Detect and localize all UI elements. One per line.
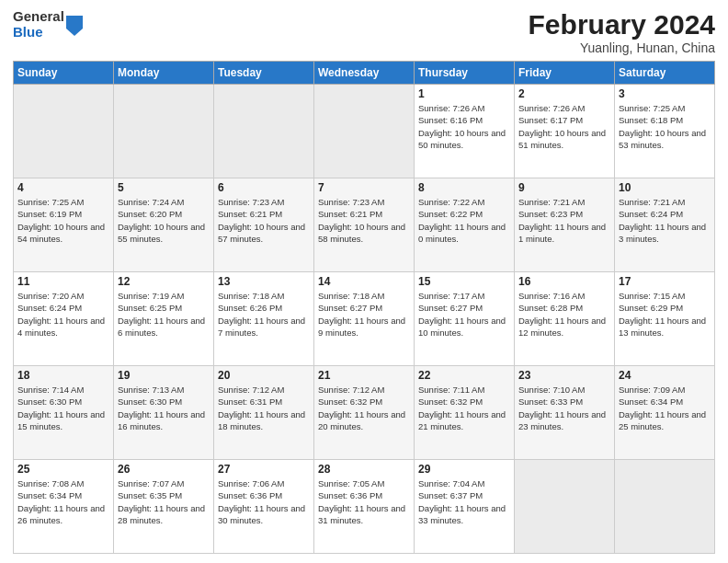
day-info: Sunrise: 7:26 AM Sunset: 6:16 PM Dayligh… — [418, 102, 510, 151]
calendar-header-row: SundayMondayTuesdayWednesdayThursdayFrid… — [14, 62, 715, 85]
calendar-cell: 13Sunrise: 7:18 AM Sunset: 6:26 PM Dayli… — [214, 272, 314, 366]
calendar-cell: 18Sunrise: 7:14 AM Sunset: 6:30 PM Dayli… — [14, 366, 114, 460]
day-number: 3 — [619, 87, 711, 100]
day-number: 27 — [218, 463, 310, 476]
calendar-cell: 16Sunrise: 7:16 AM Sunset: 6:28 PM Dayli… — [515, 272, 615, 366]
day-info: Sunrise: 7:19 AM Sunset: 6:25 PM Dayligh… — [118, 290, 210, 339]
calendar-cell: 23Sunrise: 7:10 AM Sunset: 6:33 PM Dayli… — [515, 366, 615, 460]
day-number: 28 — [318, 463, 410, 476]
day-number: 5 — [118, 181, 210, 194]
day-info: Sunrise: 7:14 AM Sunset: 6:30 PM Dayligh… — [17, 384, 109, 432]
day-number: 18 — [17, 369, 109, 382]
calendar-cell: 24Sunrise: 7:09 AM Sunset: 6:34 PM Dayli… — [615, 366, 715, 460]
calendar-cell: 17Sunrise: 7:15 AM Sunset: 6:29 PM Dayli… — [615, 272, 715, 366]
calendar-cell: 21Sunrise: 7:12 AM Sunset: 6:32 PM Dayli… — [314, 366, 415, 460]
day-number: 9 — [518, 181, 610, 194]
calendar-week-row: 25Sunrise: 7:08 AM Sunset: 6:34 PM Dayli… — [14, 460, 715, 554]
calendar-cell: 14Sunrise: 7:18 AM Sunset: 6:27 PM Dayli… — [314, 272, 415, 366]
calendar-cell: 6Sunrise: 7:23 AM Sunset: 6:21 PM Daylig… — [214, 178, 314, 272]
day-info: Sunrise: 7:21 AM Sunset: 6:24 PM Dayligh… — [619, 196, 711, 245]
day-number: 13 — [218, 275, 310, 288]
calendar-cell: 5Sunrise: 7:24 AM Sunset: 6:20 PM Daylig… — [114, 178, 214, 272]
day-number: 29 — [418, 463, 510, 476]
day-number: 8 — [418, 181, 510, 194]
calendar-week-row: 4Sunrise: 7:25 AM Sunset: 6:19 PM Daylig… — [14, 178, 715, 272]
day-info: Sunrise: 7:23 AM Sunset: 6:21 PM Dayligh… — [318, 196, 410, 245]
day-info: Sunrise: 7:13 AM Sunset: 6:30 PM Dayligh… — [118, 384, 210, 432]
page: General Blue February 2024 Yuanling, Hun… — [0, 0, 728, 563]
day-info: Sunrise: 7:07 AM Sunset: 6:35 PM Dayligh… — [118, 477, 210, 526]
calendar-cell: 28Sunrise: 7:05 AM Sunset: 6:36 PM Dayli… — [314, 460, 415, 554]
day-number: 26 — [118, 463, 210, 476]
svg-marker-0 — [66, 16, 83, 36]
column-header-friday: Friday — [515, 62, 615, 85]
day-info: Sunrise: 7:11 AM Sunset: 6:32 PM Dayligh… — [418, 384, 510, 432]
day-info: Sunrise: 7:10 AM Sunset: 6:33 PM Dayligh… — [518, 384, 610, 432]
calendar-week-row: 1Sunrise: 7:26 AM Sunset: 6:16 PM Daylig… — [14, 85, 715, 178]
calendar-cell: 11Sunrise: 7:20 AM Sunset: 6:24 PM Dayli… — [14, 272, 114, 366]
day-info: Sunrise: 7:05 AM Sunset: 6:36 PM Dayligh… — [318, 477, 410, 526]
day-number: 12 — [118, 275, 210, 288]
calendar-cell: 19Sunrise: 7:13 AM Sunset: 6:30 PM Dayli… — [114, 366, 214, 460]
calendar-cell: 20Sunrise: 7:12 AM Sunset: 6:31 PM Dayli… — [214, 366, 314, 460]
column-header-monday: Monday — [114, 62, 214, 85]
header: General Blue February 2024 Yuanling, Hun… — [13, 9, 715, 55]
day-number: 2 — [518, 87, 610, 100]
day-number: 17 — [619, 275, 711, 288]
day-info: Sunrise: 7:17 AM Sunset: 6:27 PM Dayligh… — [418, 290, 510, 339]
calendar-week-row: 11Sunrise: 7:20 AM Sunset: 6:24 PM Dayli… — [14, 272, 715, 366]
calendar-cell: 12Sunrise: 7:19 AM Sunset: 6:25 PM Dayli… — [114, 272, 214, 366]
calendar-cell — [314, 85, 415, 178]
column-header-saturday: Saturday — [615, 62, 715, 85]
calendar-cell: 9Sunrise: 7:21 AM Sunset: 6:23 PM Daylig… — [515, 178, 615, 272]
day-info: Sunrise: 7:08 AM Sunset: 6:34 PM Dayligh… — [17, 477, 109, 526]
day-info: Sunrise: 7:21 AM Sunset: 6:23 PM Dayligh… — [518, 196, 610, 245]
calendar-week-row: 18Sunrise: 7:14 AM Sunset: 6:30 PM Dayli… — [14, 366, 715, 460]
day-number: 19 — [118, 369, 210, 382]
title-location: Yuanling, Hunan, China — [529, 40, 715, 55]
day-info: Sunrise: 7:20 AM Sunset: 6:24 PM Dayligh… — [17, 290, 109, 339]
calendar-table: SundayMondayTuesdayWednesdayThursdayFrid… — [13, 61, 715, 554]
day-info: Sunrise: 7:09 AM Sunset: 6:34 PM Dayligh… — [619, 384, 711, 432]
day-info: Sunrise: 7:04 AM Sunset: 6:37 PM Dayligh… — [418, 477, 510, 526]
day-info: Sunrise: 7:06 AM Sunset: 6:36 PM Dayligh… — [218, 477, 310, 526]
calendar-cell: 26Sunrise: 7:07 AM Sunset: 6:35 PM Dayli… — [114, 460, 214, 554]
column-header-wednesday: Wednesday — [314, 62, 415, 85]
day-number: 7 — [318, 181, 410, 194]
column-header-sunday: Sunday — [14, 62, 114, 85]
calendar-cell — [515, 460, 615, 554]
day-number: 25 — [17, 463, 109, 476]
calendar-cell: 10Sunrise: 7:21 AM Sunset: 6:24 PM Dayli… — [615, 178, 715, 272]
logo: General Blue — [13, 9, 83, 40]
calendar-cell: 4Sunrise: 7:25 AM Sunset: 6:19 PM Daylig… — [14, 178, 114, 272]
day-number: 1 — [418, 87, 510, 100]
column-header-thursday: Thursday — [415, 62, 515, 85]
calendar-cell: 1Sunrise: 7:26 AM Sunset: 6:16 PM Daylig… — [415, 85, 515, 178]
logo-icon — [66, 16, 83, 36]
day-info: Sunrise: 7:16 AM Sunset: 6:28 PM Dayligh… — [518, 290, 610, 339]
day-info: Sunrise: 7:12 AM Sunset: 6:32 PM Dayligh… — [318, 384, 410, 432]
day-info: Sunrise: 7:18 AM Sunset: 6:26 PM Dayligh… — [218, 290, 310, 339]
day-info: Sunrise: 7:15 AM Sunset: 6:29 PM Dayligh… — [619, 290, 711, 339]
day-number: 22 — [418, 369, 510, 382]
calendar-cell: 29Sunrise: 7:04 AM Sunset: 6:37 PM Dayli… — [415, 460, 515, 554]
logo-blue: Blue — [13, 25, 64, 40]
calendar-cell: 25Sunrise: 7:08 AM Sunset: 6:34 PM Dayli… — [14, 460, 114, 554]
calendar-cell: 15Sunrise: 7:17 AM Sunset: 6:27 PM Dayli… — [415, 272, 515, 366]
day-number: 14 — [318, 275, 410, 288]
day-number: 21 — [318, 369, 410, 382]
calendar-cell: 3Sunrise: 7:25 AM Sunset: 6:18 PM Daylig… — [615, 85, 715, 178]
calendar-cell — [14, 85, 114, 178]
title-block: February 2024 Yuanling, Hunan, China — [529, 9, 715, 55]
day-number: 16 — [518, 275, 610, 288]
day-number: 23 — [518, 369, 610, 382]
day-info: Sunrise: 7:25 AM Sunset: 6:18 PM Dayligh… — [619, 102, 711, 151]
day-number: 15 — [418, 275, 510, 288]
day-number: 10 — [619, 181, 711, 194]
logo-general: General — [13, 9, 64, 25]
calendar-cell — [214, 85, 314, 178]
calendar-cell: 7Sunrise: 7:23 AM Sunset: 6:21 PM Daylig… — [314, 178, 415, 272]
day-info: Sunrise: 7:12 AM Sunset: 6:31 PM Dayligh… — [218, 384, 310, 432]
calendar-cell: 2Sunrise: 7:26 AM Sunset: 6:17 PM Daylig… — [515, 85, 615, 178]
logo-text: General Blue — [13, 9, 64, 40]
